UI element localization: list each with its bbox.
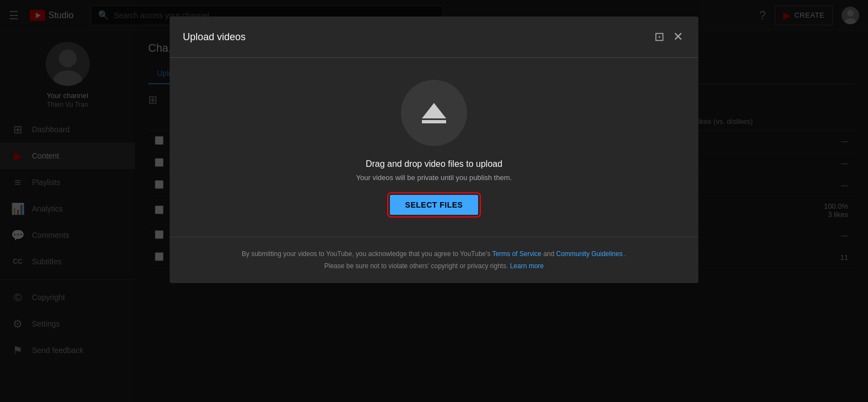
close-icon: ✕ bbox=[673, 30, 683, 44]
footer-tos-text: By submitting your videos to YouTube, yo… bbox=[183, 248, 685, 272]
footer-copyright-text: Please be sure not to violate others' co… bbox=[324, 262, 510, 270]
modal-close-button[interactable]: ✕ bbox=[671, 28, 685, 46]
tos-link[interactable]: Terms of Service bbox=[492, 250, 541, 258]
footer-and: and bbox=[543, 250, 556, 258]
learn-more-link[interactable]: Learn more bbox=[510, 262, 544, 270]
footer-period: . bbox=[625, 250, 626, 258]
modal-help-button[interactable]: ⊡ bbox=[652, 28, 666, 46]
modal-title: Upload videos bbox=[183, 31, 652, 43]
select-files-button[interactable]: SELECT FILES bbox=[390, 195, 479, 215]
upload-modal: Upload videos ⊡ ✕ Drag and drop video fi… bbox=[170, 17, 698, 283]
drag-drop-title: Drag and drop video files to upload bbox=[366, 159, 502, 169]
modal-body: Drag and drop video files to upload Your… bbox=[170, 58, 698, 237]
drag-drop-subtitle: Your videos will be private until you pu… bbox=[356, 173, 512, 182]
modal-header: Upload videos ⊡ ✕ bbox=[170, 17, 698, 58]
modal-header-icons: ⊡ ✕ bbox=[652, 28, 685, 46]
modal-footer: By submitting your videos to YouTube, yo… bbox=[170, 237, 698, 283]
footer-text-1: By submitting your videos to YouTube, yo… bbox=[242, 250, 492, 258]
upload-icon-circle bbox=[401, 80, 467, 146]
modal-overlay: Upload videos ⊡ ✕ Drag and drop video fi… bbox=[0, 0, 868, 402]
modal-help-icon: ⊡ bbox=[654, 30, 664, 44]
community-link[interactable]: Community Guidelines bbox=[556, 250, 623, 258]
